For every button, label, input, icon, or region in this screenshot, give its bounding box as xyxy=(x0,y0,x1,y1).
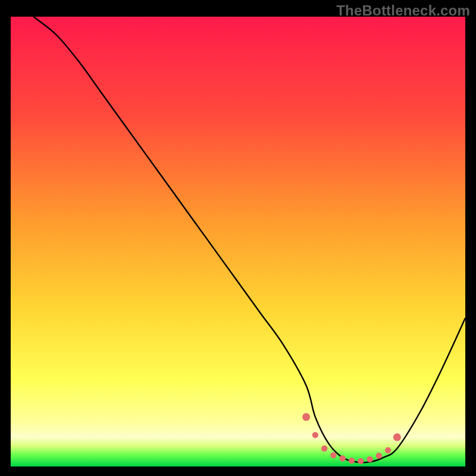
chart-frame: TheBottleneck.com xyxy=(0,0,476,476)
optimal-marker xyxy=(349,458,355,464)
watermark-text: TheBottleneck.com xyxy=(336,2,470,19)
optimal-marker xyxy=(340,455,346,461)
optimal-marker xyxy=(385,447,391,453)
optimal-marker xyxy=(376,453,382,459)
optimal-marker xyxy=(312,432,318,438)
optimal-marker xyxy=(367,456,372,462)
optimal-marker xyxy=(330,452,336,458)
gradient-background xyxy=(11,17,465,466)
optimal-marker xyxy=(302,413,310,421)
plot-area xyxy=(11,17,465,466)
optimal-marker xyxy=(321,446,327,452)
bottleneck-curve-chart xyxy=(11,17,465,466)
optimal-marker xyxy=(358,458,364,464)
optimal-marker xyxy=(393,433,401,441)
